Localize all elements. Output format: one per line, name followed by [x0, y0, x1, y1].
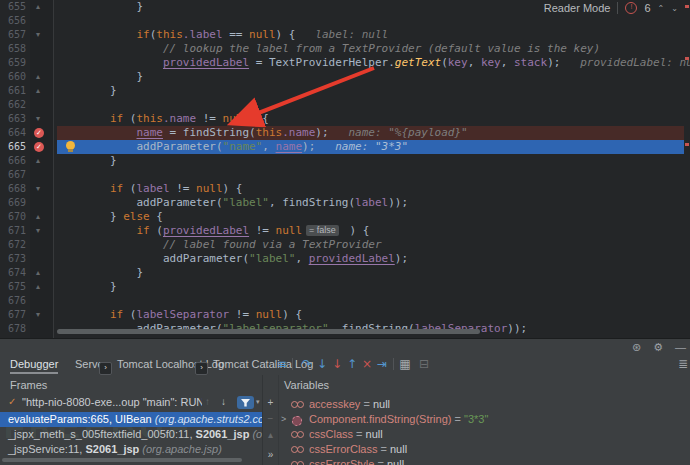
line-number[interactable]: 667: [0, 168, 26, 182]
mute-breakpoints-icon[interactable]: ⊟: [417, 355, 431, 373]
thread-label[interactable]: "http-nio-8080-exe...oup "main": RUNNING: [22, 396, 202, 408]
line-number[interactable]: 669: [0, 196, 26, 210]
fold-marker-icon[interactable]: ▴: [36, 70, 40, 84]
hide-panel-icon[interactable]: —: [675, 341, 686, 354]
stack-frame-row[interactable]: _jspx_meth_s_005ftextfield_005f0:11, S20…: [0, 427, 262, 442]
prev-error-icon[interactable]: ⌃: [658, 4, 665, 13]
code-line-656[interactable]: 656: [0, 14, 690, 28]
run-to-cursor-icon[interactable]: ⇥: [375, 355, 389, 373]
tab-debugger[interactable]: Debugger: [10, 355, 58, 373]
code-line-668[interactable]: 668▾ if (label != null) {: [0, 182, 690, 196]
error-stripe-mark[interactable]: [685, 143, 689, 146]
variable-row[interactable]: cssErrorStyle = null: [278, 457, 690, 465]
fold-marker-icon[interactable]: ▴: [36, 0, 40, 14]
line-number[interactable]: 675: [0, 280, 26, 294]
breakpoint-icon[interactable]: ✓: [34, 128, 44, 138]
thread-selector[interactable]: ✓ "http-nio-8080-exe...oup "main": RUNNI…: [0, 395, 262, 411]
code-line-666[interactable]: 666▴ }: [0, 154, 690, 168]
line-number[interactable]: 660: [0, 70, 26, 84]
code-line-675[interactable]: 675▴ }: [0, 280, 690, 294]
expand-chevron-icon[interactable]: >: [281, 412, 286, 427]
remove-watch-icon[interactable]: −: [263, 413, 278, 424]
next-frame-icon[interactable]: ↓: [221, 396, 226, 407]
line-number[interactable]: 656: [0, 14, 26, 28]
line-number[interactable]: 662: [0, 98, 26, 112]
line-number[interactable]: 670: [0, 210, 26, 224]
thread-dropdown-caret-icon[interactable]: ▾: [256, 398, 260, 406]
stack-frame-row[interactable]: evaluateParams:665, UIBean (org.apache.s…: [0, 412, 262, 427]
add-watch-icon[interactable]: +: [263, 397, 278, 408]
prev-frame-icon[interactable]: ↑: [205, 396, 210, 407]
panel-menu-icon[interactable]: ≣: [676, 355, 690, 373]
step-over-icon[interactable]: ↷: [300, 355, 314, 373]
line-number[interactable]: 657: [0, 28, 26, 42]
step-into-icon[interactable]: ↓: [315, 355, 329, 373]
frames-horizontal-scrollbar[interactable]: [2, 458, 242, 462]
tab-tomcat-catalina-log[interactable]: ›Tomcat Catalina Log: [195, 355, 313, 373]
fold-marker-icon[interactable]: ▾: [36, 224, 40, 238]
fold-marker-icon[interactable]: ▴: [36, 84, 40, 98]
line-number[interactable]: 668: [0, 182, 26, 196]
error-stripe-mark[interactable]: [685, 57, 689, 60]
code-line-658[interactable]: 658 // lookup the label from a TextProvi…: [0, 42, 690, 56]
fold-marker-icon[interactable]: ▾: [36, 182, 40, 196]
code-line-665[interactable]: 665✓ addParameter("name", name); name: "…: [0, 140, 690, 154]
code-line-669[interactable]: 669 addParameter("label", findString(lab…: [0, 196, 690, 210]
variable-row[interactable]: cssErrorClass = null: [278, 442, 690, 457]
help-icon[interactable]: ⊛: [632, 341, 641, 354]
code-line-674[interactable]: 674▴ }: [0, 266, 690, 280]
reader-mode-button[interactable]: Reader Mode: [544, 2, 611, 14]
line-number[interactable]: 655: [0, 0, 26, 14]
editor-horizontal-scrollbar[interactable]: [57, 329, 480, 334]
code-line-657[interactable]: 657▾ if(this.label == null) { label: nul…: [0, 28, 690, 42]
error-stripe-mark[interactable]: [685, 5, 689, 8]
fold-marker-icon[interactable]: ▾: [36, 308, 40, 322]
breakpoint-icon[interactable]: ✓: [34, 142, 44, 152]
fold-marker-icon[interactable]: ▾: [36, 112, 40, 126]
force-step-into-icon[interactable]: ↓: [330, 355, 344, 373]
variable-row[interactable]: accesskey = null: [278, 397, 690, 412]
fold-marker-icon[interactable]: ▴: [36, 266, 40, 280]
line-number[interactable]: 677: [0, 308, 26, 322]
line-number[interactable]: 659: [0, 56, 26, 70]
line-number[interactable]: 666: [0, 154, 26, 168]
code-line-672[interactable]: 672 // label found via a TextProvider: [0, 238, 690, 252]
line-number[interactable]: 673: [0, 252, 26, 266]
code-line-667[interactable]: 667: [0, 168, 690, 182]
line-number[interactable]: 664: [0, 126, 26, 140]
move-watch-up-icon[interactable]: ▴: [263, 429, 278, 440]
drop-frame-icon[interactable]: ×: [360, 355, 374, 373]
settings-gear-icon[interactable]: ⚙: [653, 341, 663, 354]
line-number[interactable]: 661: [0, 84, 26, 98]
step-out-icon[interactable]: ↑: [345, 355, 359, 373]
code-line-676[interactable]: 676: [0, 294, 690, 308]
layout-settings-icon[interactable]: ≡: [275, 355, 289, 373]
line-number[interactable]: 665: [0, 140, 26, 154]
variable-row[interactable]: >Component.findString(String) = "3*3": [278, 412, 690, 427]
next-error-icon[interactable]: ⌄: [671, 4, 678, 13]
variable-row[interactable]: cssClass = null: [278, 427, 690, 442]
code-line-661[interactable]: 661▴ }: [0, 84, 690, 98]
code-line-663[interactable]: 663▾ if (this.name != null) {: [0, 112, 690, 126]
code-line-659[interactable]: 659 providedLabel = TextProviderHelper.g…: [0, 56, 690, 70]
evaluate-expression-icon[interactable]: ▦: [398, 355, 412, 373]
line-number[interactable]: 671: [0, 224, 26, 238]
fold-marker-icon[interactable]: ▴: [36, 280, 40, 294]
code-editor[interactable]: 655▴ }656657▾ if(this.label == null) { l…: [0, 0, 690, 338]
line-number[interactable]: 658: [0, 42, 26, 56]
line-number[interactable]: 678: [0, 322, 26, 336]
line-number[interactable]: 676: [0, 294, 26, 308]
line-number[interactable]: 672: [0, 238, 26, 252]
code-line-671[interactable]: 671▾ if (providedLabel != null= false ) …: [0, 224, 690, 238]
line-number[interactable]: 674: [0, 266, 26, 280]
code-line-677[interactable]: 677▾ if (labelSeparator != null) {: [0, 308, 690, 322]
stack-frame-row[interactable]: _jspService:11, S2061_jsp (org.apache.js…: [0, 442, 262, 457]
code-line-662[interactable]: 662: [0, 98, 690, 112]
fold-marker-icon[interactable]: ▴: [36, 210, 40, 224]
code-line-673[interactable]: 673 addParameter("label", providedLabel)…: [0, 252, 690, 266]
line-number[interactable]: 663: [0, 112, 26, 126]
fold-marker-icon[interactable]: ▾: [36, 28, 40, 42]
hide-library-frames-filter-icon[interactable]: [237, 396, 254, 409]
code-line-670[interactable]: 670▴ } else {: [0, 210, 690, 224]
code-line-664[interactable]: 664✓ name = findString(this.name); name:…: [0, 126, 690, 140]
